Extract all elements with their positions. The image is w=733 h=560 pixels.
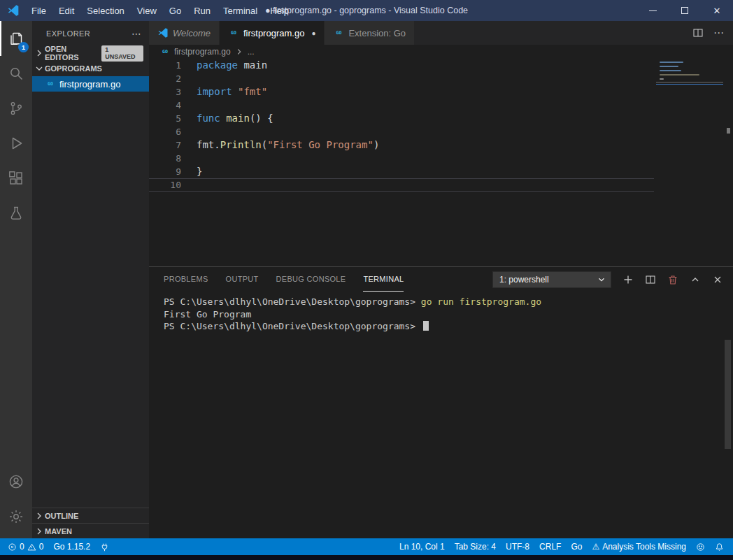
sidebar-spacer — [32, 92, 149, 508]
notifications-button[interactable] — [710, 538, 729, 555]
minimap[interactable] — [656, 60, 723, 109]
line-content — [181, 179, 197, 191]
code-line[interactable]: 1package main — [149, 59, 654, 72]
status-analysis-tools[interactable]: ⚠Analysis Tools Missing — [587, 538, 691, 555]
overview-ruler-mark — [727, 128, 730, 134]
activity-bar-item-explorer[interactable]: 1 — [0, 21, 32, 56]
activity-bar-item-testing[interactable] — [0, 196, 32, 231]
close-button[interactable]: ✕ — [701, 0, 733, 21]
go-version-status[interactable]: Go 1.15.2 — [48, 538, 95, 555]
panel-scrollbar[interactable] — [725, 340, 731, 449]
settings-icon — [8, 508, 24, 525]
menu-edit[interactable]: Edit — [52, 0, 80, 21]
vscode-logo-icon — [7, 4, 20, 17]
open-editors-header[interactable]: OPEN EDITORS 1 UNSAVED — [32, 45, 149, 61]
terminal-line: First Go Program — [164, 308, 733, 321]
panel-tab-output[interactable]: OUTPUT — [226, 267, 259, 292]
close-panel-icon[interactable] — [712, 274, 723, 285]
tab-firstprogram-go[interactable]: GOfirstprogram.go● — [220, 21, 325, 45]
maven-header[interactable]: MAVEN — [32, 523, 149, 538]
more-actions-icon[interactable]: ⋯ — [131, 28, 142, 39]
status-language-mode[interactable]: Go — [566, 538, 587, 555]
code-line[interactable]: 5func main() { — [149, 112, 654, 125]
activity-badge: 1 — [18, 42, 29, 52]
activity-bar-item-extensions[interactable] — [0, 161, 32, 196]
terminal-picker[interactable]: 1: powershell — [492, 271, 611, 288]
menu-selection[interactable]: Selection — [80, 0, 130, 21]
file-label: firstprogram.go — [59, 79, 120, 89]
source-control-icon — [8, 100, 24, 117]
panel-tab-terminal[interactable]: TERMINAL — [363, 267, 404, 292]
activity-bar-item-search[interactable] — [0, 56, 32, 91]
tab-extension-go[interactable]: GOExtension: Go — [325, 21, 415, 45]
split-terminal-icon[interactable] — [645, 274, 656, 285]
breadcrumb-file[interactable]: firstprogram.go — [174, 47, 231, 57]
close-icon: ✕ — [713, 6, 721, 16]
file-item-firstprogram-go[interactable]: GO firstprogram.go — [32, 76, 149, 92]
go-file-icon: GO — [45, 78, 56, 89]
status-indentation[interactable]: Tab Size: 4 — [450, 538, 501, 555]
status-label: Go — [571, 542, 582, 552]
code-line[interactable]: 4 — [149, 99, 654, 112]
feedback-icon — [696, 543, 705, 552]
activity-bar-item-source-control[interactable] — [0, 91, 32, 126]
bell-icon — [715, 543, 724, 552]
code-editor[interactable]: 1package main23import "fmt"45func main()… — [149, 59, 733, 266]
unsaved-badge: 1 UNSAVED — [101, 45, 143, 62]
menu-terminal[interactable]: Terminal — [217, 0, 264, 21]
maximize-button[interactable] — [669, 0, 701, 21]
activity-bar-item-account[interactable] — [0, 464, 32, 499]
chevron-down-icon — [34, 63, 45, 74]
new-terminal-icon[interactable] — [622, 274, 634, 285]
line-number: 4 — [149, 99, 181, 112]
tab-welcome[interactable]: Welcome — [149, 21, 220, 45]
code-line[interactable]: 2 — [149, 72, 654, 85]
breadcrumb[interactable]: GO firstprogram.go ... — [149, 45, 733, 59]
panel-tab-debug-console[interactable]: DEBUG CONSOLE — [276, 267, 346, 292]
panel-tab-problems[interactable]: PROBLEMS — [164, 267, 208, 292]
kill-terminal-icon[interactable] — [667, 274, 678, 285]
status-label: CRLF — [539, 542, 561, 552]
code-line[interactable]: 6 — [149, 125, 654, 138]
split-editor-icon[interactable] — [692, 27, 704, 38]
menu-run[interactable]: Run — [187, 0, 217, 21]
terminal-output[interactable]: PS C:\Users\dlhyl\OneDrive\Desktop\gopro… — [149, 292, 733, 333]
code-line[interactable]: 10 — [149, 178, 654, 192]
activity-bar-item-settings[interactable] — [0, 499, 32, 534]
status-bar: 0 0 Go 1.15.2 Ln 10, Col 1Tab Size: 4UTF… — [0, 538, 733, 555]
activity-bar-item-run-debug[interactable] — [0, 126, 32, 161]
problems-status[interactable]: 0 0 — [3, 538, 48, 555]
minimize-button[interactable] — [636, 0, 669, 21]
go-file-icon: GO — [333, 27, 344, 38]
menu-view[interactable]: View — [131, 0, 163, 21]
run-debug-icon — [8, 135, 24, 152]
line-content: fmt.Println("First Go Program") — [181, 138, 379, 152]
line-content: } — [181, 165, 202, 178]
vscode-window: FileEditSelectionViewGoRunTerminalHelp ●… — [0, 0, 733, 560]
maximize-icon — [681, 7, 688, 14]
code-line[interactable]: 7fmt.Println("First Go Program") — [149, 138, 654, 152]
title-bar: FileEditSelectionViewGoRunTerminalHelp ●… — [0, 0, 733, 21]
editor-more-actions-icon[interactable]: ⋯ — [713, 27, 725, 39]
minimize-icon — [649, 10, 657, 11]
sidebar-title: EXPLORER — [46, 29, 90, 38]
line-number: 7 — [149, 138, 181, 152]
menu-file[interactable]: File — [25, 0, 52, 21]
menu-go[interactable]: Go — [163, 0, 187, 21]
outline-header[interactable]: OUTLINE — [32, 508, 149, 523]
editor-tab-bar: WelcomeGOfirstprogram.go●GOExtension: Go… — [149, 21, 733, 45]
connect-status[interactable] — [95, 538, 114, 555]
line-number: 1 — [149, 59, 181, 72]
dirty-indicator: ● — [311, 29, 315, 37]
code-line[interactable]: 9} — [149, 165, 654, 178]
code-line[interactable]: 8 — [149, 152, 654, 165]
breadcrumb-more[interactable]: ... — [248, 47, 255, 57]
status-cursor-position[interactable]: Ln 10, Col 1 — [394, 538, 450, 555]
code-line[interactable]: 3import "fmt" — [149, 85, 654, 99]
status-eol[interactable]: CRLF — [534, 538, 566, 555]
testing-icon — [8, 205, 24, 222]
status-encoding[interactable]: UTF-8 — [501, 538, 534, 555]
maximize-panel-icon[interactable] — [690, 274, 701, 285]
feedback-button[interactable] — [691, 538, 710, 555]
folder-header-goprograms[interactable]: GOPROGRAMS — [32, 61, 149, 76]
